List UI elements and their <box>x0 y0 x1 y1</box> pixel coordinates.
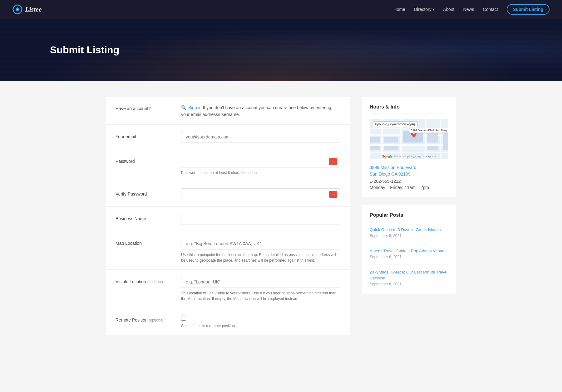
form-row-map-location: Map Location Use this to poinpoint the b… <box>106 231 350 270</box>
map-view-larger-button[interactable]: Προβολή μεγαλύτερου χάρτη <box>372 121 418 127</box>
post-item-1: Quick Guide to 3 Days in Greek Islands S… <box>370 227 448 243</box>
password-field-content: ··· Passwords must be at least 8 charact… <box>181 156 340 176</box>
map-copyright: ©2023 Δεδομένα χάρτη | Όροι Χρήσης <box>394 155 436 158</box>
post-item-3: Zakynthos, Greece: Our Last Minute Trave… <box>370 269 448 286</box>
business-name-label: Business Name <box>116 213 172 221</box>
svg-rect-18 <box>427 146 438 150</box>
account-text: 🔍 Sign in If you don't have an account y… <box>181 103 340 118</box>
form-row-verify-password: Verify Password ··· <box>106 182 350 207</box>
nav-links: Home Directory ▾ About News Contact Subm… <box>394 4 550 15</box>
form-row-visible-location: Visible Location (optional) This locatio… <box>106 270 350 308</box>
form-row-account: Have an account? 🔍 Sign in If you don't … <box>106 97 350 125</box>
logo-text: Listee <box>25 5 42 13</box>
phone-text: 1-202-555-1212 <box>370 179 448 184</box>
map-location-input[interactable] <box>181 238 340 249</box>
hours-text: Monday – Friday: 11am – 2pm <box>370 185 448 190</box>
popular-posts-card: Popular Posts Quick Guide to 3 Days in G… <box>362 205 456 294</box>
nav-home[interactable]: Home <box>394 7 405 12</box>
post-link-1[interactable]: Quick Guide to 3 Days in Greek Islands <box>370 227 448 233</box>
post-item-2: Athens Travel Guide – Pop Athens Venues … <box>370 248 448 264</box>
post-date-3: September 8, 2021 <box>370 282 448 286</box>
map-container: Προβολή μεγαλύτερου χάρτη 3999 Mission B… <box>370 119 448 159</box>
account-description: If you don't have an account you can cre… <box>181 105 331 117</box>
post-link-3[interactable]: Zakynthos, Greece: Our Last Minute Trave… <box>370 269 448 281</box>
visible-location-label: Visible Location (optional) <box>116 276 172 284</box>
verify-password-input-wrapper: ··· <box>181 188 340 200</box>
address-link[interactable]: 3999 Mission Boulevard, San Diego CA 921… <box>370 164 448 177</box>
sidebar: Hours & Info <box>362 97 456 301</box>
svg-rect-10 <box>425 119 426 159</box>
remote-position-checkbox[interactable] <box>181 316 186 321</box>
hero-section: Submit Listing <box>0 19 562 81</box>
visible-location-hint: This location will be visible to your vi… <box>181 290 340 302</box>
form-section: Have an account? 🔍 Sign in If you don't … <box>106 97 350 335</box>
svg-rect-12 <box>370 137 380 143</box>
map-location-hint: Use this to poinpoint the business on th… <box>181 252 340 263</box>
password-hint: Passwords must be at least 8 characters … <box>181 170 340 176</box>
email-input[interactable] <box>181 131 340 143</box>
password-label: Password <box>116 156 172 164</box>
form-row-business-name: Business Name <box>106 207 350 231</box>
svg-rect-19 <box>443 131 448 150</box>
navbar: Listee Home Directory ▾ About News Conta… <box>0 0 562 19</box>
nav-about[interactable]: About <box>443 7 455 12</box>
hours-info-title: Hours & Info <box>370 104 448 114</box>
have-account-label: Have an account? <box>116 103 172 111</box>
svg-rect-15 <box>370 146 380 150</box>
svg-rect-11 <box>440 119 441 159</box>
svg-rect-13 <box>384 137 398 143</box>
remote-position-field-content: Select if this is a remote position. <box>181 314 340 329</box>
main-container: Have an account? 🔍 Sign in If you don't … <box>94 81 468 351</box>
sign-in-link[interactable]: Sign in <box>188 105 202 110</box>
logo-icon <box>12 4 22 14</box>
verify-password-toggle-button[interactable]: ··· <box>329 191 337 198</box>
nav-contact[interactable]: Contact <box>483 7 498 12</box>
logo[interactable]: Listee <box>12 4 42 14</box>
post-date-2: September 8, 2021 <box>370 255 448 259</box>
popular-posts-title: Popular Posts <box>370 212 448 222</box>
form-row-remote-position: Remote Position (optional) Select if thi… <box>106 308 350 335</box>
verify-password-field-content: ··· <box>181 188 340 200</box>
map-location-label: Map Location <box>116 238 172 246</box>
email-field-content <box>181 131 340 143</box>
post-link-2[interactable]: Athens Travel Guide – Pop Athens Venues <box>370 248 448 254</box>
form-row-password: Password ··· Passwords must be at least … <box>106 149 350 182</box>
google-logo: Google <box>382 155 392 158</box>
remote-position-checkbox-wrapper <box>181 316 340 321</box>
map-placeholder: Προβολή μεγαλύτερου χάρτη 3999 Mission B… <box>370 119 448 159</box>
post-date-1: September 8, 2021 <box>370 234 448 238</box>
visible-location-field-content: This location will be visible to your vi… <box>181 276 340 302</box>
svg-point-2 <box>17 9 18 10</box>
account-field-content: 🔍 Sign in If you don't have an account y… <box>181 103 340 118</box>
submit-listing-button[interactable]: Submit Listing <box>507 4 550 15</box>
business-name-field-content <box>181 213 340 225</box>
map-location-field-content: Use this to poinpoint the business on th… <box>181 238 340 263</box>
chevron-down-icon: ▾ <box>433 8 434 11</box>
verify-password-input[interactable] <box>181 188 340 200</box>
remote-position-hint: Select if this is a remote position. <box>181 323 340 329</box>
visible-location-input[interactable] <box>181 276 340 288</box>
password-input[interactable] <box>181 156 340 167</box>
nav-news[interactable]: News <box>463 7 474 12</box>
password-input-wrapper: ··· <box>181 156 340 167</box>
svg-rect-17 <box>427 131 438 143</box>
password-toggle-button[interactable]: ··· <box>329 158 337 165</box>
email-label: Your email <box>116 131 172 139</box>
form-row-email: Your email <box>106 125 350 149</box>
hours-info-card: Hours & Info <box>362 97 456 197</box>
search-icon: 🔍 <box>181 105 186 110</box>
remote-position-label: Remote Position (optional) <box>116 314 172 322</box>
verify-password-label: Verify Password <box>116 188 172 196</box>
business-name-input[interactable] <box>181 213 340 225</box>
svg-rect-16 <box>384 146 398 150</box>
page-title: Submit Listing <box>50 44 119 56</box>
nav-directory[interactable]: Directory <box>414 7 431 12</box>
map-address-label: 3999 Mission Blvd, San Diego, CA 92109..… <box>409 128 448 133</box>
map-footer: Google ©2023 Δεδομένα χάρτη | Όροι Χρήση… <box>382 155 436 158</box>
